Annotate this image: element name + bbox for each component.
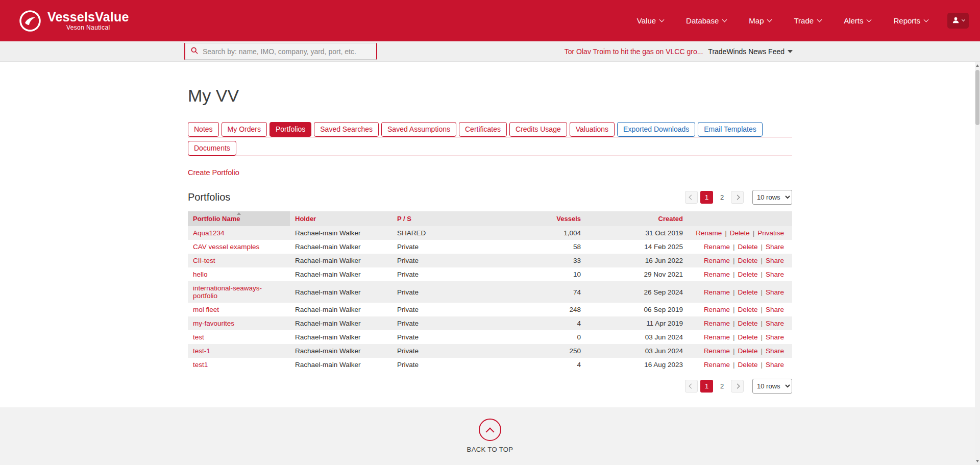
delete-link[interactable]: Delete [738, 320, 757, 327]
rename-link[interactable]: Rename [704, 347, 730, 355]
pagination-bottom-area: 1 2 10 rows [188, 379, 792, 394]
action-separator: | [733, 257, 735, 264]
rows-per-page-select[interactable]: 10 rows [752, 379, 792, 394]
search-input[interactable] [203, 47, 371, 56]
rename-link[interactable]: Rename [696, 229, 722, 237]
rename-link[interactable]: Rename [704, 243, 730, 251]
vessels-cell: 1,004 [494, 226, 586, 240]
action-separator: | [733, 347, 735, 355]
nav-item-trade[interactable]: Trade [794, 16, 821, 25]
rename-link[interactable]: Rename [704, 257, 730, 264]
tab-valuations[interactable]: Valuations [570, 122, 615, 137]
column-header-holder[interactable]: Holder [290, 211, 392, 226]
page-2-button[interactable]: 2 [716, 380, 728, 393]
portfolio-name-link[interactable]: hello [193, 271, 208, 278]
back-to-top-button[interactable] [479, 419, 501, 441]
column-header-created[interactable]: Created [586, 211, 688, 226]
rename-link[interactable]: Rename [704, 306, 730, 313]
rename-link[interactable]: Rename [704, 333, 730, 341]
share-link[interactable]: Share [766, 257, 784, 264]
rename-link[interactable]: Rename [704, 361, 730, 369]
scroll-down-arrow-icon[interactable] [976, 460, 979, 462]
news-feed-dropdown[interactable]: TradeWinds News Feed [708, 47, 793, 56]
scrollbar[interactable] [975, 62, 980, 465]
nav-item-reports[interactable]: Reports [893, 16, 928, 25]
pagination-bottom: 1 2 [685, 380, 744, 393]
page-1-button[interactable]: 1 [700, 191, 713, 204]
created-cell: 31 Oct 2019 [586, 226, 688, 240]
delete-link[interactable]: Delete [738, 257, 757, 264]
share-link[interactable]: Share [766, 347, 784, 355]
scroll-up-arrow-icon[interactable] [976, 64, 979, 67]
column-header-portfolio-name[interactable]: Portfolio Name [188, 211, 290, 226]
scrollbar-thumb[interactable] [975, 70, 979, 125]
holder-cell: Rachael-main Walker [290, 316, 392, 330]
user-menu-button[interactable] [947, 13, 969, 29]
main-content: My VV Notes My Orders Portfolios Saved S… [188, 86, 792, 394]
tab-documents[interactable]: Documents [188, 141, 236, 156]
header-row: Portfolio Name Holder P / S Vessels Crea… [188, 211, 792, 226]
chevron-down-icon [817, 17, 822, 22]
portfolio-name-link[interactable]: CII-test [193, 257, 215, 264]
prev-page-button[interactable] [685, 191, 698, 204]
delete-link[interactable]: Delete [738, 243, 757, 251]
rename-link[interactable]: Rename [704, 288, 730, 296]
holder-cell: Rachael-main Walker [290, 358, 392, 372]
nav-item-value[interactable]: Value [637, 16, 664, 25]
delete-link[interactable]: Delete [738, 271, 757, 278]
tab-email-templates[interactable]: Email Templates [698, 122, 762, 137]
create-portfolio-link[interactable]: Create Portfolio [188, 168, 239, 177]
delete-link[interactable]: Delete [738, 347, 757, 355]
rows-per-page-select[interactable]: 10 rows [752, 190, 792, 205]
tab-saved-searches[interactable]: Saved Searches [314, 122, 379, 137]
table-row: hello Rachael-main Walker Private 10 29 … [188, 267, 792, 281]
tab-credits-usage[interactable]: Credits Usage [509, 122, 567, 137]
column-header-ps[interactable]: P / S [392, 211, 494, 226]
column-header-vessels[interactable]: Vessels [494, 211, 586, 226]
vessels-cell: 33 [494, 254, 586, 267]
portfolio-name-link[interactable]: test [193, 333, 204, 341]
delete-link[interactable]: Delete [738, 306, 757, 313]
share-link[interactable]: Share [766, 288, 784, 296]
share-link[interactable]: Share [766, 361, 784, 369]
portfolio-name-link[interactable]: Aqua1234 [193, 229, 225, 237]
share-link[interactable]: Share [766, 306, 784, 313]
tab-portfolios[interactable]: Portfolios [270, 122, 311, 137]
portfolio-name-link[interactable]: test-1 [193, 347, 210, 355]
tab-saved-assumptions[interactable]: Saved Assumptions [381, 122, 456, 137]
portfolio-name-link[interactable]: my-favourites [193, 320, 234, 327]
tab-certificates[interactable]: Certificates [459, 122, 507, 137]
share-link[interactable]: Share [766, 271, 784, 278]
prev-page-button[interactable] [685, 380, 698, 393]
created-cell: 14 Feb 2025 [586, 240, 688, 254]
delete-link[interactable]: Delete [738, 333, 757, 341]
delete-link[interactable]: Delete [738, 361, 757, 369]
nav-item-database[interactable]: Database [686, 16, 726, 25]
delete-link[interactable]: Delete [738, 288, 757, 296]
rename-link[interactable]: Rename [704, 320, 730, 327]
rename-link[interactable]: Rename [704, 271, 730, 278]
tab-exported-downloads[interactable]: Exported Downloads [617, 122, 695, 137]
page-2-button[interactable]: 2 [716, 191, 728, 204]
created-cell: 16 Jun 2022 [586, 254, 688, 267]
share-link[interactable]: Share [766, 333, 784, 341]
page-1-button[interactable]: 1 [700, 380, 713, 393]
portfolio-name-link[interactable]: mol fleet [193, 306, 219, 313]
back-to-top-label[interactable]: BACK TO TOP [467, 446, 513, 453]
next-page-button[interactable] [731, 380, 744, 393]
delete-link[interactable]: Delete [730, 229, 750, 237]
privatise-link[interactable]: Privatise [757, 229, 784, 237]
tab-my-orders[interactable]: My Orders [222, 122, 267, 137]
brand-logo[interactable]: VesselsValue Veson Nautical [19, 10, 129, 32]
nav-item-alerts[interactable]: Alerts [844, 16, 871, 25]
share-link[interactable]: Share [766, 243, 784, 251]
share-link[interactable]: Share [766, 320, 784, 327]
action-separator: | [761, 361, 763, 369]
portfolio-name-link[interactable]: test1 [193, 361, 208, 369]
tab-notes[interactable]: Notes [188, 122, 219, 137]
portfolio-name-link[interactable]: CAV vessel examples [193, 243, 259, 251]
news-ticker-headline[interactable]: Tor Olav Troim to hit the gas on VLCC gr… [565, 47, 703, 56]
nav-item-map[interactable]: Map [749, 16, 771, 25]
next-page-button[interactable] [731, 191, 744, 204]
portfolio-name-link[interactable]: international-seaways-portfolio [193, 284, 262, 300]
